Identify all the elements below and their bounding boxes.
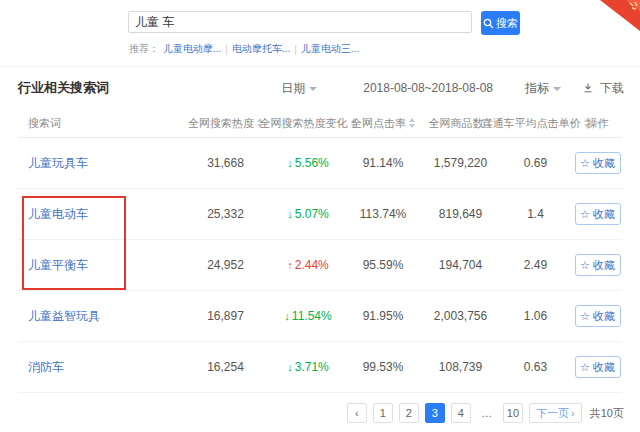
products-value: 1,579,220 (423, 156, 498, 170)
ctr-value: 95.59% (343, 258, 423, 272)
sort-icon[interactable] (409, 118, 415, 128)
pagination-next-button[interactable]: 下一页› (529, 403, 582, 423)
ctr-value: 91.95% (343, 309, 423, 323)
cpc-value: 1.06 (498, 309, 573, 323)
date-filter-label: 日期 (281, 80, 305, 97)
page: 搜索 推荐： 儿童电动摩... | 电动摩托车... | 儿童电动三... 行业… (0, 0, 640, 432)
cpc-value: 2.49 (498, 258, 573, 272)
search-terms-table: 搜索词 全网搜索热度 全网搜索热度变化 全网点击率 全网商品数 直通车平均点击单… (18, 109, 622, 393)
ctr-value: 99.53% (343, 360, 423, 374)
col-header-cpc[interactable]: 直通车平均点击单价 (498, 116, 573, 131)
table-header-row: 搜索词 全网搜索热度 全网搜索热度变化 全网点击率 全网商品数 直通车平均点击单… (18, 109, 622, 138)
suggest-separator: | (225, 44, 228, 55)
change-value: ↓11.54% (273, 309, 343, 323)
ctr-value: 113.74% (343, 207, 423, 221)
suggest-separator: | (294, 44, 297, 55)
term-link[interactable]: 儿童电动车 (28, 206, 88, 223)
col-header-ctr[interactable]: 全网点击率 (343, 116, 423, 131)
cpc-value: 0.69 (498, 156, 573, 170)
pagination-page-10[interactable]: 10 (503, 403, 523, 423)
col-header-term: 搜索词 (18, 116, 178, 131)
heat-value: 16,897 (178, 309, 273, 323)
change-value: ↓5.56% (273, 156, 343, 170)
date-filter-dropdown[interactable]: 日期 (281, 80, 317, 97)
star-icon: ☆ (580, 209, 590, 220)
favorite-button[interactable]: ☆收藏 (575, 356, 621, 378)
term-link[interactable]: 儿童平衡车 (28, 257, 88, 274)
col-header-change[interactable]: 全网搜索热度变化 (273, 116, 343, 131)
trend-arrow-icon: ↓ (287, 208, 293, 220)
trend-arrow-icon: ↓ (287, 157, 293, 169)
pagination-page-1[interactable]: 1 (373, 403, 393, 423)
products-value: 194,704 (423, 258, 498, 272)
star-icon: ☆ (580, 158, 590, 169)
suggest-link-3[interactable]: 儿童电动三... (301, 42, 359, 56)
search-button[interactable]: 搜索 (481, 11, 520, 35)
download-icon (583, 83, 593, 93)
metric-filter-label: 指标 (525, 80, 549, 97)
cpc-value: 0.63 (498, 360, 573, 374)
table-row: 儿童电动车 25,332 ↓5.07% 113.74% 819,649 1.4 … (18, 189, 622, 240)
pagination-page-3-active[interactable]: 3 (425, 403, 445, 423)
star-icon: ☆ (580, 260, 590, 271)
term-link[interactable]: 消防车 (28, 359, 64, 376)
term-link[interactable]: 儿童益智玩具 (28, 308, 100, 325)
search-icon (483, 18, 494, 29)
suggest-link-2[interactable]: 电动摩托车... (232, 42, 290, 56)
chevron-down-icon (309, 87, 317, 91)
star-icon: ☆ (580, 311, 590, 322)
date-range: 2018-08-08~2018-08-08 (363, 81, 493, 95)
heat-value: 25,332 (178, 207, 273, 221)
products-value: 2,003,756 (423, 309, 498, 323)
table-row: 消防车 16,254 ↓3.71% 99.53% 108,739 0.63 ☆收… (18, 342, 622, 393)
search-button-label: 搜索 (496, 16, 518, 31)
ctr-value: 91.14% (343, 156, 423, 170)
change-value: ↓3.71% (273, 360, 343, 374)
table-row: 儿童平衡车 24,952 ↑2.44% 95.59% 194,704 2.49 … (18, 240, 622, 291)
search-suggestions: 推荐： 儿童电动摩... | 电动摩托车... | 儿童电动三... (129, 42, 359, 56)
cpc-value: 1.4 (498, 207, 573, 221)
download-label: 下载 (600, 80, 624, 97)
favorite-button[interactable]: ☆收藏 (575, 152, 621, 174)
recommend-label: 推荐： (129, 42, 159, 56)
search-area: 搜索 推荐： 儿童电动摩... | 电动摩托车... | 儿童电动三... (0, 0, 640, 67)
favorite-button[interactable]: ☆收藏 (575, 254, 621, 276)
trend-arrow-icon: ↑ (287, 259, 293, 271)
change-value: ↓5.07% (273, 207, 343, 221)
heat-value: 31,668 (178, 156, 273, 170)
star-icon: ☆ (580, 362, 590, 373)
trend-arrow-icon: ↓ (287, 361, 293, 373)
search-input[interactable] (128, 11, 472, 33)
pagination-ellipsis: … (477, 403, 497, 423)
pagination-total: 共10页 (590, 406, 624, 421)
pagination: ‹ 1 2 3 4 … 10 下一页› 共10页 (0, 403, 624, 423)
products-value: 108,739 (423, 360, 498, 374)
section-title: 行业相关搜索词 (18, 79, 109, 97)
pagination-prev-button[interactable]: ‹ (347, 403, 367, 423)
term-link[interactable]: 儿童玩具车 (28, 155, 88, 172)
favorite-button[interactable]: ☆收藏 (575, 203, 621, 225)
change-value: ↑2.44% (273, 258, 343, 272)
corner-ribbon-icon (592, 0, 640, 36)
metric-filter-dropdown[interactable]: 指标 (525, 80, 561, 97)
col-header-action: 操作 (573, 116, 622, 131)
suggest-link-1[interactable]: 儿童电动摩... (163, 42, 221, 56)
heat-value: 16,254 (178, 360, 273, 374)
products-value: 819,649 (423, 207, 498, 221)
trend-arrow-icon: ↓ (284, 310, 290, 322)
favorite-button[interactable]: ☆收藏 (575, 305, 621, 327)
table-row: 儿童益智玩具 16,897 ↓11.54% 91.95% 2,003,756 1… (18, 291, 622, 342)
section-bar: 行业相关搜索词 日期 2018-08-08~2018-08-08 指标 下载 (0, 67, 640, 109)
pagination-page-4[interactable]: 4 (451, 403, 471, 423)
toolbar-controls: 日期 2018-08-08~2018-08-08 指标 下载 (281, 80, 624, 97)
heat-value: 24,952 (178, 258, 273, 272)
download-button[interactable]: 下载 (583, 80, 624, 97)
chevron-right-icon: › (571, 407, 575, 419)
table-row: 儿童玩具车 31,668 ↓5.56% 91.14% 1,579,220 0.6… (18, 138, 622, 189)
chevron-down-icon (553, 87, 561, 91)
pagination-page-2[interactable]: 2 (399, 403, 419, 423)
